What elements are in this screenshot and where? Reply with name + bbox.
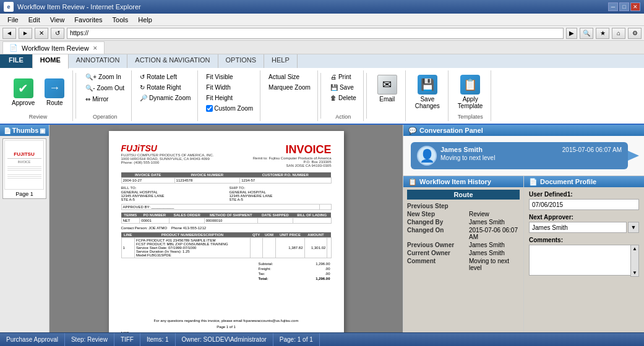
ribbon-tabs: FILE HOME ANNOTATION ACTION & NAVIGATION… — [0, 54, 644, 68]
conversation-label: Conversation Panel — [419, 127, 483, 134]
minimize-button[interactable]: ─ — [608, 2, 618, 11]
workflow-history-header: 📋 Workflow Item History — [403, 176, 523, 187]
ribbon-tab-annotation[interactable]: ANNOTATION — [69, 54, 127, 68]
next-approver-input[interactable] — [529, 222, 627, 233]
forward-button[interactable]: ► — [19, 28, 32, 39]
conversation-message: 👤 James Smith 2015-07-06 06:07 AM Moving… — [411, 142, 628, 169]
address-input[interactable] — [67, 28, 564, 39]
conversation-icon: 💬 — [408, 127, 417, 135]
save-changes-button[interactable]: 💾 SaveChanges — [411, 72, 444, 112]
main-area: 📄 Thumbs ▣ FUJITSU INVOICE Page 1 — [0, 125, 644, 340]
refresh-button[interactable]: ↺ — [51, 28, 64, 39]
status-owner: Owner: SOLDEV\Administrator — [176, 333, 273, 346]
fit-visible-button[interactable]: Fit Visible — [203, 72, 236, 82]
document-profile-panel: 📄 Document Profile User Defined1: Next A… — [524, 176, 644, 340]
next-approver-label: Next Approver: — [529, 214, 639, 221]
stop-button[interactable]: ✕ — [35, 28, 48, 39]
rotate-left-button[interactable]: ↺Rotate Left — [137, 72, 180, 82]
ribbon-group-actual: Actual Size Marquee Zoom — [262, 70, 318, 121]
actual-size-button[interactable]: Actual Size — [265, 72, 303, 82]
menu-tools[interactable]: Tools — [108, 15, 134, 25]
print-button[interactable]: 🖨Print — [327, 72, 354, 82]
mirror-button[interactable]: ⇔Mirror — [82, 94, 127, 104]
menu-view[interactable]: View — [45, 15, 70, 25]
menu-help[interactable]: Help — [133, 15, 157, 25]
rotate-left-icon: ↺ — [140, 74, 145, 80]
app-icon: e — [4, 2, 14, 12]
dynamic-zoom-button[interactable]: 🔎Dynamic Zoom — [137, 93, 194, 103]
save-button[interactable]: 💾Save — [327, 82, 357, 93]
ribbon-group-operation: 🔍+Zoom In 🔍-Zoom Out ⇔Mirror Operation — [79, 70, 132, 121]
wf-dp-row: 📋 Workflow Item History Route Previous S… — [403, 176, 644, 340]
maximize-button[interactable]: □ — [619, 2, 629, 11]
menu-edit[interactable]: Edit — [24, 15, 45, 25]
thumbs-collapse-icon[interactable]: ▣ — [40, 127, 45, 134]
marquee-zoom-button[interactable]: Marquee Zoom — [265, 82, 314, 93]
actual-buttons: Actual Size Marquee Zoom — [265, 72, 314, 120]
route-icon: → — [45, 78, 64, 98]
ribbon-tab-help[interactable]: HELP — [264, 54, 298, 68]
wf-row-comment: Comment Moving to next level — [403, 257, 523, 272]
menu-favorites[interactable]: Favorites — [69, 15, 107, 25]
print-icon: 🖨 — [330, 74, 337, 80]
ribbon-tab-options[interactable]: OPTIONS — [218, 54, 265, 68]
workflow-history-label: Workflow Item History — [419, 178, 491, 185]
zoom-out-icon: 🔍- — [85, 85, 95, 91]
custom-zoom-checkbox[interactable]: Custom Zoom — [203, 103, 256, 114]
rotate-right-button[interactable]: ↻Rotate Right — [137, 82, 184, 93]
scroll-up-icon[interactable]: ▲ — [632, 246, 637, 251]
operation-buttons: 🔍+Zoom In 🔍-Zoom Out ⇔Mirror — [82, 72, 127, 112]
fit-height-button[interactable]: Fit Height — [203, 93, 236, 103]
zoom-in-button[interactable]: 🔍+Zoom In — [82, 72, 127, 82]
approve-button[interactable]: ✔ Approve — [7, 75, 39, 109]
email-button[interactable]: ✉ Email — [373, 72, 401, 106]
home-icon[interactable]: ⌂ — [612, 28, 625, 39]
search-icon[interactable]: 🔍 — [580, 28, 593, 39]
ribbon-group-save-changes: 💾 SaveChanges — [407, 70, 449, 121]
delete-icon: 🗑 — [330, 95, 337, 101]
scroll-down-icon[interactable]: ▼ — [632, 270, 637, 276]
save-changes-icon: 💾 — [418, 75, 437, 95]
action-group-label: Action — [335, 112, 351, 120]
thumbs-icon: 📄 — [4, 127, 11, 134]
back-button[interactable]: ◄ — [2, 28, 16, 39]
ribbon-group-templates: 📋 ApplyTemplate Templates — [450, 70, 492, 121]
tab-bar: 📄 Workflow Item Review ✕ — [0, 41, 644, 54]
next-approver-dropdown[interactable]: ▼ — [628, 222, 639, 233]
invoice-logo: FUJiTSU — [121, 143, 157, 153]
window-controls[interactable]: ─ □ ✕ — [608, 2, 640, 11]
rotate-buttons: ↺Rotate Left ↻Rotate Right 🔎Dynamic Zoom — [137, 72, 194, 120]
delete-button[interactable]: 🗑Delete — [327, 93, 359, 103]
route-button[interactable]: → Route — [40, 75, 69, 109]
ribbon-tab-action[interactable]: ACTION & NAVIGATION — [127, 54, 218, 68]
tab-close-button[interactable]: ✕ — [93, 45, 98, 51]
user-defined1-input[interactable] — [529, 199, 639, 210]
settings-icon[interactable]: ⚙ — [628, 28, 642, 39]
favorites-icon[interactable]: ★ — [596, 28, 609, 39]
thumb-page-1[interactable]: FUJITSU INVOICE Page 1 — [2, 138, 46, 199]
browser-tab[interactable]: 📄 Workflow Item Review ✕ — [2, 41, 105, 54]
conversation-message-body: James Smith 2015-07-06 06:07 AM Moving t… — [440, 146, 622, 161]
rotate-right-icon: ↻ — [140, 84, 145, 91]
ribbon-tab-file[interactable]: FILE — [0, 54, 33, 69]
status-tiff: TIFF — [114, 333, 140, 346]
right-panels: 💬 Conversation Panel 👤 James Smith 2015-… — [403, 125, 644, 340]
go-button[interactable]: ▶ — [566, 28, 577, 39]
email-icon: ✉ — [377, 75, 397, 95]
comments-textarea[interactable] — [529, 245, 639, 276]
user-defined1-label: User Defined1: — [529, 191, 639, 198]
close-button[interactable]: ✕ — [630, 2, 640, 11]
workflow-route-badge: Route — [407, 190, 520, 200]
zoom-out-button[interactable]: 🔍-Zoom Out — [82, 83, 127, 93]
zoom-col: 🔍+Zoom In 🔍-Zoom Out ⇔Mirror — [82, 72, 127, 104]
thumb-label-1: Page 1 — [4, 191, 45, 197]
menu-file[interactable]: File — [2, 15, 24, 25]
ribbon-tab-home[interactable]: HOME — [33, 54, 69, 69]
conversation-time: 2015-07-06 06:07 AM — [562, 146, 622, 153]
address-bar: ◄ ► ✕ ↺ ▶ 🔍 ★ ⌂ ⚙ — [0, 26, 644, 41]
ribbon-content: ✔ Approve → Route Review 🔍+Zoom In 🔍-Zoo… — [0, 68, 644, 124]
apply-template-button[interactable]: 📋 ApplyTemplate — [453, 72, 487, 112]
thumbs-header: 📄 Thumbs ▣ — [0, 125, 49, 136]
custom-zoom-input[interactable] — [206, 105, 213, 112]
fit-width-button[interactable]: Fit Width — [203, 82, 233, 93]
